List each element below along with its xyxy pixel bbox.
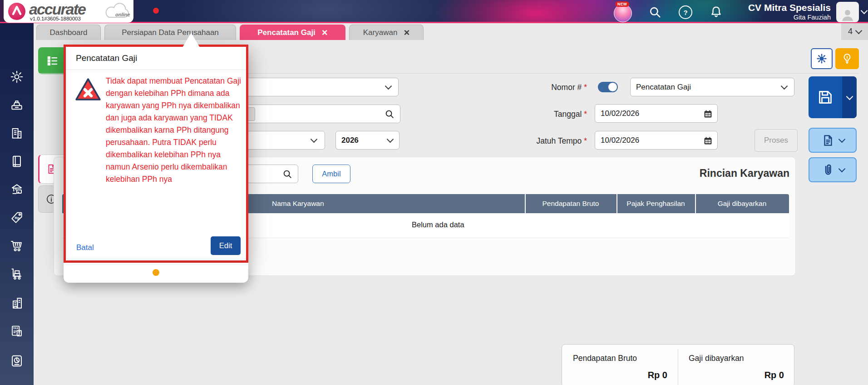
promo-avatar[interactable]: NEW [613, 3, 632, 21]
proses-button[interactable]: Proses [755, 129, 798, 152]
reports-icon[interactable] [10, 354, 24, 368]
search-icon[interactable] [648, 5, 662, 19]
app-root: accurate online v1.0.1#3605-1880003 NEW … [0, 0, 868, 385]
nomor-template-select[interactable]: Pencatatan Gaji [630, 78, 794, 96]
chevron-down-icon [387, 136, 394, 143]
save-split-button[interactable] [809, 76, 857, 118]
settings-icon[interactable] [10, 70, 24, 84]
section-title: Rincian Karyawan [700, 167, 789, 180]
tanggal-input[interactable]: 10/02/2026 [595, 104, 718, 123]
search-icon[interactable] [385, 109, 395, 119]
chevron-down-icon [311, 136, 318, 143]
print-document-button[interactable] [809, 128, 857, 153]
user-name: Gita Fauziah [726, 13, 831, 21]
sales-rp-tag-icon[interactable]: Rp [10, 210, 24, 225]
error-dialog: Pencatatan Gaji Tidak dapat membuat Penc… [64, 45, 248, 283]
column-header-gaji-dibayarkan: Gaji dibayarkan [695, 194, 789, 213]
required-mark: * [584, 110, 587, 119]
summary-card: Pendapatan Bruto Rp 0 Gaji dibayarkan Rp… [562, 344, 794, 385]
tab-close-icon[interactable]: × [404, 28, 409, 37]
list-view-button[interactable] [38, 47, 67, 74]
lightbulb-icon [841, 52, 853, 65]
list-icon [46, 54, 59, 68]
gear-icon [816, 53, 828, 65]
avatar[interactable] [836, 2, 859, 22]
calendar-icon[interactable] [703, 109, 713, 119]
calendar-icon[interactable] [703, 136, 713, 145]
jatuh-tempo-input[interactable]: 10/02/2026 [595, 131, 718, 150]
batal-link[interactable]: Batal [76, 243, 94, 252]
bank-icon[interactable] [10, 182, 24, 197]
fixed-assets-icon[interactable] [10, 296, 24, 310]
brand-sub: online [115, 12, 130, 17]
dialog-title: Pencatatan Gaji [76, 53, 137, 63]
column-header-nama-karyawan: Nama Karyawan [272, 194, 324, 213]
tab-dashboard[interactable]: Dashboard [36, 25, 101, 40]
summary-divider [678, 349, 678, 385]
save-dropdown[interactable] [842, 76, 857, 118]
paperclip-icon [821, 163, 835, 177]
settings-button[interactable] [811, 48, 833, 69]
jatuh-tempo-label: Jatuh Tempo * [454, 136, 587, 146]
tab-karyawan[interactable]: Karyawan × [349, 25, 424, 40]
company-user-block[interactable]: CV Mitra Spesialis Gita Fauziah [726, 2, 831, 21]
nomor-template-value: Pencatatan Gaji [636, 83, 691, 92]
save-icon [816, 88, 834, 106]
bell-icon[interactable] [709, 5, 723, 19]
company-icon[interactable] [10, 126, 24, 140]
summary-value: Rp 0 [573, 370, 667, 380]
required-mark: * [584, 136, 587, 145]
tab-close-icon[interactable]: × [322, 28, 328, 37]
required-mark: * [584, 83, 587, 92]
version-label: v1.0.1#3605-1880003 [30, 16, 81, 21]
chevron-down-icon [385, 83, 392, 90]
save-main[interactable] [809, 76, 842, 118]
ambil-label: Ambil [322, 170, 340, 178]
tips-button[interactable] [835, 48, 859, 69]
notification-dot [153, 8, 159, 14]
dialog-footer-strip [64, 263, 248, 283]
ambil-button[interactable]: Ambil [312, 165, 350, 183]
toggle-knob [608, 83, 617, 91]
ledger-icon[interactable] [10, 154, 24, 169]
year-value: 2026 [341, 136, 359, 145]
promo-avatar-image [614, 4, 632, 22]
help-icon[interactable]: ? [679, 5, 692, 19]
tab-pencatatan-gaji[interactable]: Pencatatan Gaji × [240, 25, 345, 40]
dialog-message: Tidak dapat membuat Pencatatan Gaji deng… [106, 75, 244, 185]
edit-button[interactable]: Edit [211, 236, 241, 255]
nomor-toggle[interactable] [598, 82, 618, 92]
logo-mark-icon [8, 3, 25, 20]
tab-persiapan-data-perusahaan[interactable]: Persiapan Data Perusahaan [104, 25, 236, 40]
tab-label: Dashboard [49, 28, 87, 37]
app-logo[interactable]: accurate online v1.0.1#3605-1880003 [4, 0, 133, 23]
tab-overflow-button[interactable]: 4 [841, 23, 868, 40]
tanggal-label: Tanggal * [454, 110, 587, 119]
purchases-cart-icon[interactable] [10, 239, 24, 253]
document-icon [821, 134, 835, 147]
chevron-down-icon [855, 27, 863, 35]
summary-label: Pendapatan Bruto [573, 354, 637, 363]
search-icon[interactable] [282, 169, 292, 179]
summary-value: Rp 0 [689, 370, 784, 380]
tab-label: Karyawan [363, 28, 398, 37]
nomor-label: Nomor # * [454, 83, 587, 92]
chevron-down-icon [846, 93, 853, 100]
error-triangle-icon [73, 76, 103, 104]
rp-tag-text: Rp [15, 216, 20, 220]
cloud-icon [100, 1, 135, 21]
tab-bar-inner: Dashboard Persiapan Data Perusahaan Penc… [0, 23, 868, 40]
year-select[interactable]: 2026 [335, 131, 399, 150]
dialog-body: Pencatatan Gaji Tidak dapat membuat Penc… [64, 45, 248, 263]
cashier-icon[interactable] [10, 98, 24, 112]
chevron-down-icon [838, 165, 845, 173]
attachment-button[interactable] [809, 157, 857, 182]
dialog-arrow [182, 33, 200, 47]
new-badge: NEW [615, 1, 629, 7]
tab-label: Pencatatan Gaji [257, 28, 316, 37]
carousel-dot[interactable] [153, 269, 159, 276]
inventory-trolley-icon[interactable] [10, 267, 24, 281]
tax-icon[interactable]: TAX [10, 324, 24, 339]
summary-label: Gaji dibayarkan [689, 354, 744, 363]
person-icon [840, 7, 855, 22]
